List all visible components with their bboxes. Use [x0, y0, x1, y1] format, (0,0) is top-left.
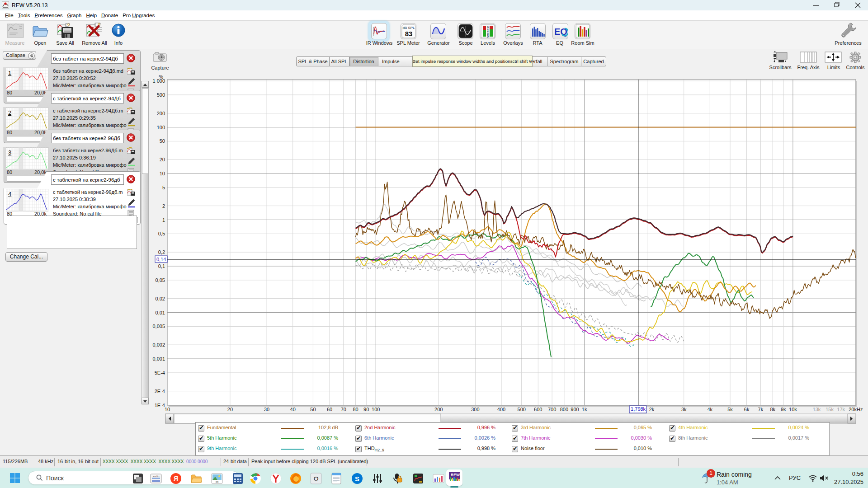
svg-text:Я: Я [174, 475, 178, 482]
svg-text:dB SPL: dB SPL [402, 26, 415, 30]
svg-text:5E-4: 5E-4 [155, 370, 165, 375]
svg-text:2k: 2k [649, 407, 655, 412]
svg-text:90: 90 [363, 407, 369, 412]
svg-text:0,005: 0,005 [152, 324, 165, 329]
svg-text:50: 50 [310, 407, 316, 412]
svg-text:400: 400 [497, 407, 505, 412]
svg-text:20: 20 [227, 407, 233, 412]
svg-text:800: 800 [560, 407, 568, 412]
svg-text:0,1: 0,1 [158, 263, 165, 269]
svg-text:83: 83 [405, 30, 413, 38]
svg-text:0,05: 0,05 [156, 277, 165, 283]
svg-text:70: 70 [341, 407, 346, 412]
svg-text:audio: audio [153, 475, 160, 478]
svg-text:REW: REW [451, 473, 460, 477]
svg-text:1E-4: 1E-4 [155, 403, 165, 408]
svg-text:0,2: 0,2 [158, 249, 165, 255]
svg-text:0,001: 0,001 [152, 356, 165, 361]
svg-text:1k: 1k [582, 407, 587, 412]
svg-text:100: 100 [372, 407, 380, 412]
svg-text:900: 900 [571, 407, 579, 412]
svg-text:8k: 8k [770, 407, 775, 412]
svg-text:10: 10 [165, 407, 170, 412]
svg-text:%: % [159, 74, 163, 80]
svg-text:0,5: 0,5 [158, 231, 165, 236]
svg-text:2: 2 [162, 203, 165, 209]
svg-text:6k: 6k [744, 407, 750, 412]
svg-text:7k: 7k [758, 407, 764, 412]
svg-text:1: 1 [162, 217, 165, 223]
svg-text:0,01: 0,01 [156, 310, 165, 315]
svg-text:500: 500 [518, 407, 526, 412]
svg-text:5k: 5k [727, 407, 733, 412]
svg-text:100: 100 [157, 125, 165, 130]
svg-text:30: 30 [264, 407, 269, 412]
svg-text:9k: 9k [781, 407, 786, 412]
svg-text:20: 20 [160, 157, 165, 162]
svg-text:500: 500 [157, 92, 165, 98]
svg-text:10: 10 [160, 171, 165, 176]
svg-text:20kHz: 20kHz [849, 407, 863, 412]
svg-text:17k: 17k [837, 407, 845, 412]
svg-text:13k: 13k [813, 407, 821, 412]
svg-text:Ω: Ω [313, 475, 318, 483]
svg-text:23: 23 [216, 481, 219, 483]
svg-text:700: 700 [548, 407, 556, 412]
svg-text:0,14: 0,14 [156, 257, 166, 262]
svg-text:9: 9 [487, 35, 489, 38]
svg-text:4k: 4k [707, 407, 712, 412]
svg-text:300: 300 [471, 407, 479, 412]
svg-text:80: 80 [353, 407, 358, 412]
svg-text:2E-4: 2E-4 [155, 389, 165, 394]
svg-text:0,002: 0,002 [152, 342, 165, 347]
svg-text:0,02: 0,02 [156, 296, 165, 301]
svg-text:200: 200 [157, 111, 165, 116]
svg-text:40: 40 [290, 407, 296, 412]
svg-text:S: S [355, 475, 359, 483]
svg-text:200: 200 [434, 407, 443, 412]
svg-text:1,798k: 1,798k [631, 406, 646, 412]
svg-text:600: 600 [534, 407, 542, 412]
svg-text:15k: 15k [826, 407, 834, 412]
svg-text:3k: 3k [681, 407, 687, 412]
svg-text:5: 5 [162, 185, 165, 190]
svg-text:10k: 10k [789, 407, 797, 412]
svg-text:50: 50 [160, 138, 165, 144]
svg-text:60: 60 [327, 407, 332, 412]
